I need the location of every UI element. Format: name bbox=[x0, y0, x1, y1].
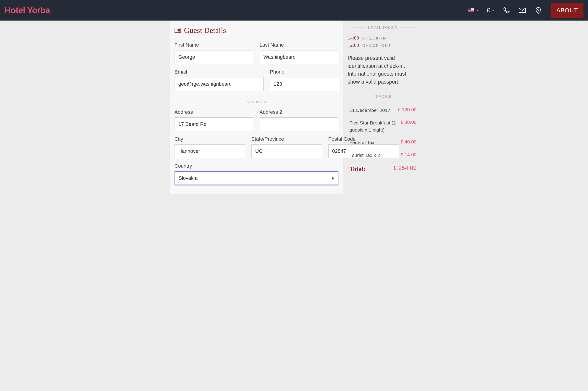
phone-label: Phone bbox=[270, 69, 340, 75]
flag-us-icon bbox=[468, 8, 474, 12]
mail-icon bbox=[518, 6, 526, 14]
email-label: Email bbox=[175, 69, 264, 75]
checkin-time: 14:00 bbox=[348, 35, 359, 41]
invoice-item-amount: £ 80.00 bbox=[400, 119, 416, 125]
last-name-label: Last Name bbox=[260, 42, 338, 48]
about-button[interactable]: ABOUT bbox=[551, 3, 584, 18]
brand-logo[interactable]: Hotel Yorba bbox=[4, 5, 50, 15]
address2-input[interactable] bbox=[260, 117, 338, 131]
city-input[interactable] bbox=[175, 144, 245, 158]
invoice-item-desc: Five Star Breakfast (2 guests x 1 night) bbox=[350, 119, 401, 133]
select-arrows-icon: ▴▾ bbox=[332, 176, 334, 180]
invoice-heading-text: INVOICE bbox=[374, 95, 392, 99]
address-divider-text: ADDRESS bbox=[246, 100, 266, 104]
city-label: City bbox=[175, 136, 245, 142]
invoice-item-amount: £ 14.00 bbox=[400, 152, 416, 157]
invoice-item-desc: Tourist Tax x 2 bbox=[350, 152, 401, 159]
invoice-item: Tourist Tax x 2 £ 14.00 bbox=[348, 149, 419, 162]
first-name-input[interactable] bbox=[175, 50, 253, 64]
phone-icon bbox=[503, 6, 510, 14]
invoice-item-desc: 11 December 2017 bbox=[350, 107, 398, 114]
location-pin-icon bbox=[534, 6, 542, 14]
currency-symbol: £ bbox=[487, 7, 490, 14]
address-divider: ADDRESS bbox=[175, 100, 338, 104]
checkout-time: 12:00 bbox=[348, 42, 359, 48]
chevron-down-icon bbox=[492, 10, 494, 11]
first-name-label: First Name bbox=[175, 42, 253, 48]
invoice-item-amount: £ 40.00 bbox=[400, 139, 416, 145]
checkout-row: 12:00 CHECK-OUT bbox=[348, 42, 419, 48]
country-select-value: Slovakia bbox=[179, 175, 198, 181]
invoice-item: Five Star Breakfast (2 guests x 1 night)… bbox=[348, 117, 419, 136]
invoice-item: 11 December 2017 £ 120.00 bbox=[348, 104, 419, 117]
section-title: Guest Details bbox=[170, 26, 343, 37]
checkout-label: CHECK-OUT bbox=[362, 43, 392, 48]
country-select[interactable]: Slovakia ▴▾ bbox=[175, 171, 338, 185]
top-navbar: Hotel Yorba £ ABOUT bbox=[0, 0, 588, 20]
guest-details-panel: Guest Details First Name Last Name Email bbox=[170, 20, 343, 194]
svg-point-1 bbox=[538, 9, 539, 10]
last-name-input[interactable] bbox=[260, 50, 338, 64]
chevron-down-icon bbox=[476, 10, 478, 11]
invoice-item-desc: Federal Tax bbox=[350, 139, 401, 146]
phone-input[interactable] bbox=[270, 77, 340, 91]
state-input[interactable] bbox=[251, 144, 322, 158]
address-label: Address bbox=[175, 109, 253, 115]
invoice-total-label: Total: bbox=[350, 164, 394, 174]
phone-link[interactable] bbox=[503, 6, 510, 14]
hotel-policy-heading: HOTEL POLICY bbox=[348, 26, 419, 29]
invoice-total-row: Total: £ 254.00 bbox=[348, 162, 419, 177]
policy-text: Please present valid identification at c… bbox=[348, 54, 419, 86]
currency-selector[interactable]: £ bbox=[487, 7, 495, 14]
language-selector[interactable] bbox=[468, 8, 478, 12]
invoice-list: 11 December 2017 £ 120.00 Five Star Brea… bbox=[348, 104, 419, 177]
country-label: Country bbox=[175, 163, 338, 169]
email-input[interactable] bbox=[175, 77, 264, 91]
location-link[interactable] bbox=[534, 6, 542, 14]
invoice-heading: INVOICE bbox=[348, 95, 419, 99]
invoice-item: Federal Tax £ 40.00 bbox=[348, 136, 419, 149]
section-title-text: Guest Details bbox=[184, 26, 226, 35]
hotel-policy-heading-text: HOTEL POLICY bbox=[368, 26, 398, 29]
email-link[interactable] bbox=[518, 6, 526, 14]
invoice-item-amount: £ 120.00 bbox=[398, 107, 417, 112]
checkin-row: 14:00 CHECK-IN bbox=[348, 35, 419, 41]
invoice-total-amount: £ 254.00 bbox=[393, 164, 416, 172]
checkin-label: CHECK-IN bbox=[362, 36, 386, 41]
sidebar: HOTEL POLICY 14:00 CHECK-IN 12:00 CHECK-… bbox=[348, 20, 419, 177]
address2-label: Address 2 bbox=[260, 109, 338, 115]
id-card-icon bbox=[175, 28, 181, 33]
address-input[interactable] bbox=[175, 117, 253, 131]
state-label: State/Province bbox=[251, 136, 322, 142]
